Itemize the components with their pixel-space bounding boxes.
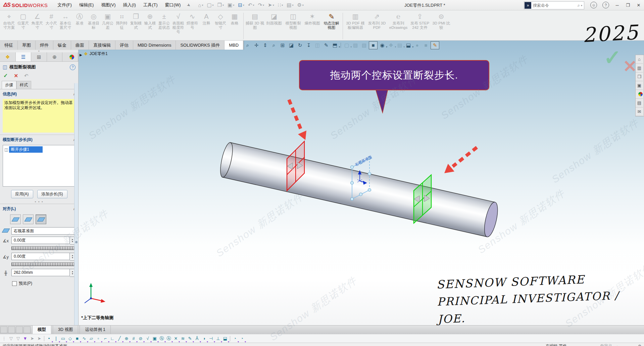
zoom-in-out-icon[interactable]: ⇕ bbox=[261, 42, 269, 49]
3d-pdf-template-editor[interactable]: ▥ 3D PDF 模板编辑器 bbox=[345, 12, 366, 30]
magnify-n-tool-icon[interactable]: Ⓝ bbox=[158, 335, 165, 342]
ribbon-tab[interactable]: MBD bbox=[225, 41, 243, 50]
point-tool-icon[interactable]: • bbox=[46, 335, 52, 342]
print-icon[interactable]: ⊟▾ bbox=[237, 2, 246, 8]
status-arrow-icon[interactable]: ▴ bbox=[616, 345, 618, 346]
view-orientation-icon[interactable]: ⬒ bbox=[331, 42, 339, 49]
polygon-tool-icon[interactable]: ◇ bbox=[67, 335, 73, 342]
tab-featuremanager[interactable]: ❖ bbox=[0, 52, 16, 61]
section-view-icon[interactable]: ◪ bbox=[287, 42, 295, 49]
redo-icon[interactable]: ↷▾ bbox=[256, 2, 265, 8]
separator[interactable] bbox=[341, 43, 341, 48]
pan-icon[interactable]: ✛ bbox=[252, 42, 260, 49]
menu-item[interactable]: 插入(I) bbox=[119, 0, 140, 10]
tab-displaymanager[interactable]: ● bbox=[62, 52, 78, 61]
select-icon[interactable]: ➤▾ bbox=[266, 2, 276, 8]
ribbon-tab[interactable]: 特征 bbox=[0, 41, 18, 50]
alignment-section-header[interactable]: 对齐(L) bbox=[3, 206, 73, 212]
note[interactable]: A 注释 bbox=[199, 12, 213, 34]
tab-configurationmanager[interactable]: ⊞ bbox=[31, 52, 47, 61]
shaded-icon[interactable]: ■ bbox=[369, 41, 378, 49]
filter-icon[interactable]: ▽ bbox=[8, 335, 14, 342]
menu-item[interactable]: 窗口(W) bbox=[161, 0, 184, 10]
angle-deg-tool-icon[interactable]: Å bbox=[194, 335, 200, 342]
pattern-feature[interactable]: ⠶ 阵列特征 bbox=[115, 12, 129, 34]
doc-angle-tool-icon[interactable]: ◔ bbox=[232, 335, 238, 342]
task-list-icon[interactable]: ▤▾ bbox=[285, 2, 295, 8]
add-step-button[interactable]: 添加步长(S) bbox=[37, 190, 67, 198]
view-settings-icon[interactable]: ⬓ bbox=[404, 42, 412, 49]
import-scheme[interactable]: ⊕ 输入模式 bbox=[143, 12, 157, 34]
rotate-view-icon[interactable]: ↻ bbox=[296, 42, 304, 49]
search-dropdown-icon[interactable]: ▾ bbox=[581, 4, 584, 7]
diagonal-line-tool-icon[interactable]: ╱ bbox=[116, 335, 123, 342]
restore-button[interactable]: ❐ bbox=[625, 3, 631, 8]
angle-y-slider[interactable] bbox=[11, 262, 76, 266]
custom-properties-icon[interactable]: ▤ bbox=[636, 99, 643, 107]
forum-icon[interactable]: ✉ bbox=[636, 107, 643, 116]
appearances-icon[interactable]: ● bbox=[636, 90, 643, 99]
table[interactable]: ▦ 表格 bbox=[228, 12, 242, 34]
panel-scrollbar[interactable] bbox=[74, 83, 78, 325]
tab-propertymanager[interactable]: ☰ bbox=[16, 52, 32, 61]
design-library-icon[interactable]: ▣ bbox=[636, 81, 643, 90]
center-point-tool-icon[interactable]: ⊕ bbox=[123, 335, 130, 342]
section-view[interactable]: ◪ 剖面视图 bbox=[264, 12, 284, 30]
prev-tab-icon[interactable] bbox=[8, 326, 15, 333]
ribbon-tab[interactable]: 曲面 bbox=[71, 41, 89, 50]
angle-x-field[interactable]: 0.00度 bbox=[11, 237, 70, 244]
section-splitter[interactable]: ● ● ● bbox=[0, 200, 78, 202]
plug-left-tool-icon[interactable]: ⊣ bbox=[208, 335, 214, 342]
confirmation-cancel-icon[interactable]: ✕ bbox=[623, 57, 637, 76]
preview-checkbox[interactable] bbox=[12, 281, 17, 286]
copy-scheme[interactable]: ❐ 复制模式 bbox=[129, 12, 143, 34]
plug-mid-tool-icon[interactable]: ⊥ bbox=[215, 335, 221, 342]
surface-finish-symbol[interactable]: √ 表面粗糙度符号 bbox=[171, 12, 185, 34]
hatch-tool-icon[interactable]: ≋ bbox=[180, 335, 186, 342]
graphics-viewport[interactable]: 右视基准面 bbox=[78, 41, 644, 325]
shaded-with-edges-icon[interactable]: ▧ bbox=[360, 42, 368, 49]
pencil-tool-icon[interactable]: ✎ bbox=[187, 335, 193, 342]
datum-target[interactable]: ◎ 基准目标 bbox=[87, 12, 101, 34]
select-flag-icon[interactable]: ➤ bbox=[36, 335, 43, 342]
edit-appearance-icon[interactable]: ❖ bbox=[387, 42, 395, 49]
ribbon-tab[interactable]: 钣金 bbox=[53, 41, 71, 50]
separator[interactable] bbox=[43, 335, 45, 342]
filter-edit-icon[interactable]: ▽ bbox=[15, 335, 21, 342]
menu-item[interactable]: 编辑(E) bbox=[76, 0, 97, 10]
ok-button[interactable]: ✓ bbox=[3, 72, 8, 79]
pin-menubar-icon[interactable]: ➤ bbox=[186, 2, 192, 8]
options-gear-icon[interactable]: ⚙▾ bbox=[296, 2, 305, 8]
edit-markup-icon[interactable]: ✎ bbox=[431, 41, 439, 49]
align-xy-button[interactable] bbox=[10, 214, 21, 224]
dynamic-annotation-views[interactable]: ✎ 动态注解视图 bbox=[322, 12, 341, 30]
break-steps-section-header[interactable]: 模型断开步长(B) bbox=[3, 137, 73, 143]
capture-3d-view[interactable]: ▤ 捕获 3D 视图 bbox=[245, 12, 264, 30]
model-break-view[interactable]: ◫ 模型断裂视图 bbox=[284, 12, 303, 30]
sphere-icon[interactable]: ● bbox=[413, 42, 421, 49]
confirmation-ok-icon[interactable]: ✓ bbox=[604, 45, 621, 70]
frame-tool-icon[interactable]: ⌐ bbox=[102, 335, 109, 342]
apply-button[interactable]: 应用(A) bbox=[11, 190, 33, 198]
ribbon-tab[interactable]: 直接编辑 bbox=[89, 41, 115, 50]
distance-field[interactable]: 262.00mm bbox=[11, 269, 70, 276]
search-input[interactable] bbox=[532, 3, 578, 8]
custom-status[interactable]: 自定义 bbox=[600, 343, 612, 346]
separator[interactable] bbox=[229, 335, 231, 342]
ribbon-tab[interactable]: SOLIDWORKS 插件 bbox=[176, 41, 225, 50]
save-icon[interactable]: ▣▾ bbox=[226, 2, 236, 8]
break-step-item[interactable]: ◫ 断开步骤1 bbox=[4, 146, 75, 153]
ribbon-tab[interactable]: 草图 bbox=[18, 41, 36, 50]
publish-to-3d-pdf[interactable]: ⇗ 发布到 3D PDF bbox=[366, 12, 388, 30]
status-tag-icon[interactable]: ⊛ bbox=[638, 344, 641, 346]
new-document-icon[interactable]: ▢▾ bbox=[205, 2, 215, 8]
datum[interactable]: Ⓐ 基准 bbox=[72, 12, 87, 34]
publish-to-edrawings[interactable]: ℮ 发布到 eDrawings bbox=[388, 12, 409, 30]
angle-x-slider[interactable] bbox=[11, 246, 76, 250]
angle-dimension[interactable]: ∠ 角度尺寸 bbox=[30, 12, 44, 34]
panel-help-icon[interactable]: ? bbox=[70, 64, 76, 70]
cube-icon[interactable]: ■ bbox=[422, 42, 430, 49]
home-icon[interactable]: ⌂▾ bbox=[197, 2, 204, 8]
auto-dimension-scheme[interactable]: ⌖ 自动尺寸方案 bbox=[2, 12, 16, 34]
undo-icon[interactable]: ↶▾ bbox=[247, 2, 256, 8]
